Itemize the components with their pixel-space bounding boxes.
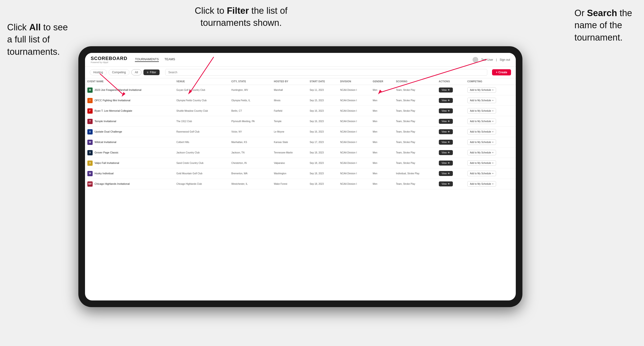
cell-scoring-2: Team, Stroke Play xyxy=(394,106,436,116)
view-button-6[interactable]: View 👁 xyxy=(439,150,453,155)
filter-button[interactable]: ≡ Filter xyxy=(144,69,160,75)
event-name-5: Wildcat Invitational xyxy=(94,140,116,144)
cell-date-0: Sep 11, 2023 xyxy=(307,85,338,95)
plus-icon-0: + xyxy=(492,89,494,91)
all-tab[interactable]: All xyxy=(131,69,142,75)
view-button-0[interactable]: View 👁 xyxy=(439,88,453,92)
filters-bar: Hosting Competing All ≡ Filter + Create xyxy=(85,67,516,78)
add-schedule-button-8[interactable]: Add to My Schedule + xyxy=(467,171,496,176)
cell-event-2: F Ryan T. Lee Memorial Collegiate xyxy=(85,106,174,116)
cell-city-4: Victor, NY xyxy=(229,127,272,137)
cell-competing-9: Add to My Schedule + xyxy=(465,179,516,189)
cell-division-0: NCAA Division I xyxy=(338,85,370,95)
cell-competing-7: Add to My Schedule + xyxy=(465,158,516,168)
logo-sub: Powered by clippd xyxy=(91,61,127,64)
team-logo-6: V xyxy=(88,150,92,155)
cell-city-7: Chesterton, IN xyxy=(229,158,272,168)
cell-gender-7: Men xyxy=(370,158,394,168)
annotation-topcenter: Click to Filter the list oftournaments s… xyxy=(195,5,288,29)
cell-competing-3: Add to My Schedule + xyxy=(465,116,516,127)
plus-icon-5: + xyxy=(492,141,494,144)
eye-icon-2: 👁 xyxy=(448,110,450,112)
table-row: W Wildcat Invitational Colbert Hills Man… xyxy=(85,137,516,148)
search-input[interactable] xyxy=(165,69,488,76)
cell-city-3: Plymouth Meeting, PA xyxy=(229,116,272,127)
cell-division-8: NCAA Division I xyxy=(338,168,370,179)
filter-label: Filter xyxy=(150,71,156,74)
team-logo-3: T xyxy=(88,119,92,124)
view-button-1[interactable]: View 👁 xyxy=(439,98,453,103)
table-row: F Ryan T. Lee Memorial Collegiate Shuttl… xyxy=(85,106,516,116)
cell-city-2: Berlin, CT xyxy=(229,106,272,116)
eye-icon-3: 👁 xyxy=(448,120,450,123)
cell-hosted-8: Washington xyxy=(272,168,307,179)
annotation-topright: Or Search thename of thetournament. xyxy=(574,7,632,44)
cell-competing-5: Add to My Schedule + xyxy=(465,137,516,148)
eye-icon-1: 👁 xyxy=(448,99,450,102)
cell-city-6: Jackson, TN xyxy=(229,148,272,158)
cell-competing-1: Add to My Schedule + xyxy=(465,95,516,106)
cell-event-7: V Valpo Fall Invitational xyxy=(85,158,174,168)
nav-tournaments[interactable]: TOURNAMENTS xyxy=(135,57,159,62)
event-name-4: Upstate Dual Challenge xyxy=(94,130,122,134)
create-button[interactable]: + Create xyxy=(492,69,511,75)
cell-date-6: Sep 18, 2023 xyxy=(307,148,338,158)
cell-venue-0: Guyan Golf & Country Club xyxy=(174,85,229,95)
view-button-4[interactable]: View 👁 xyxy=(439,129,453,134)
cell-scoring-7: Team, Stroke Play xyxy=(394,158,436,168)
add-schedule-button-0[interactable]: Add to My Schedule + xyxy=(467,87,496,93)
cell-division-6: NCAA Division I xyxy=(338,148,370,158)
cell-actions-8: View 👁 xyxy=(436,168,465,179)
view-button-2[interactable]: View 👁 xyxy=(439,108,453,113)
add-schedule-button-1[interactable]: Add to My Schedule + xyxy=(467,98,496,103)
table-row: U Upstate Dual Challenge Ravenwood Golf … xyxy=(85,127,516,137)
col-competing: COMPETING xyxy=(465,78,516,85)
cell-venue-3: The 1912 Club xyxy=(174,116,229,127)
add-schedule-button-6[interactable]: Add to My Schedule + xyxy=(467,150,496,155)
view-button-8[interactable]: View 👁 xyxy=(439,171,453,176)
cell-date-7: Sep 18, 2023 xyxy=(307,158,338,168)
signout-link[interactable]: Sign out xyxy=(500,58,510,61)
add-schedule-button-5[interactable]: Add to My Schedule + xyxy=(467,140,496,145)
table-header-row: EVENT NAME VENUE CITY, STATE HOSTED BY S… xyxy=(85,78,516,85)
cell-gender-2: Men xyxy=(370,106,394,116)
col-city-state: CITY, STATE xyxy=(229,78,272,85)
tablet-device: SCOREBOARD Powered by clippd TOURNAMENTS… xyxy=(78,46,522,307)
cell-date-8: Sep 18, 2023 xyxy=(307,168,338,179)
add-schedule-button-2[interactable]: Add to My Schedule + xyxy=(467,108,496,114)
nav-teams[interactable]: TEAMS xyxy=(164,57,175,62)
plus-icon-8: + xyxy=(492,172,494,175)
eye-icon-9: 👁 xyxy=(448,182,450,185)
eye-icon-8: 👁 xyxy=(448,172,450,175)
hosting-tab[interactable]: Hosting xyxy=(90,69,106,75)
cell-actions-2: View 👁 xyxy=(436,106,465,116)
col-gender: GENDER xyxy=(370,78,394,85)
team-logo-2: F xyxy=(88,108,92,114)
team-logo-1: I xyxy=(88,98,92,103)
cell-scoring-3: Team, Stroke Play xyxy=(394,116,436,127)
table-row: T Temple Invitational The 1912 Club Plym… xyxy=(85,116,516,127)
user-name: Test User xyxy=(481,58,493,61)
add-schedule-button-3[interactable]: Add to My Schedule + xyxy=(467,119,496,124)
add-schedule-button-7[interactable]: Add to My Schedule + xyxy=(467,160,496,166)
view-button-9[interactable]: View 👁 xyxy=(439,181,453,186)
cell-actions-5: View 👁 xyxy=(436,137,465,148)
add-schedule-button-4[interactable]: Add to My Schedule + xyxy=(467,129,496,135)
view-button-3[interactable]: View 👁 xyxy=(439,119,453,124)
cell-city-1: Olympia Fields, IL xyxy=(229,95,272,106)
cell-scoring-4: Team, Stroke Play xyxy=(394,127,436,137)
cell-gender-1: Men xyxy=(370,95,394,106)
view-button-5[interactable]: View 👁 xyxy=(439,140,453,145)
view-button-7[interactable]: View 👁 xyxy=(439,161,453,166)
cell-city-5: Manhattan, KS xyxy=(229,137,272,148)
cell-competing-8: Add to My Schedule + xyxy=(465,168,516,179)
cell-competing-2: Add to My Schedule + xyxy=(465,106,516,116)
col-start-date: START DATE xyxy=(307,78,338,85)
competing-tab[interactable]: Competing xyxy=(108,69,130,75)
cell-venue-2: Shuttle Meadow Country Club xyxy=(174,106,229,116)
add-schedule-button-9[interactable]: Add to My Schedule + xyxy=(467,181,496,187)
cell-venue-6: Jackson Country Club xyxy=(174,148,229,158)
cell-event-6: V Grover Page Classic xyxy=(85,148,174,158)
team-logo-4: U xyxy=(88,129,92,135)
cell-gender-3: Men xyxy=(370,116,394,127)
